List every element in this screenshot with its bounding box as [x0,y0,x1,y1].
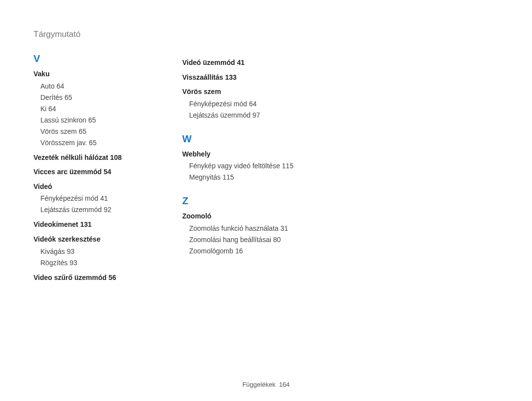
index-subentry: Derítés 65 [40,93,147,103]
spacer [182,184,296,195]
page-footer: Függelékek 164 [0,381,532,388]
index-term: Vezeték nélküli hálózat 108 [33,153,147,163]
footer-page-number: 164 [279,381,290,388]
index-subentry: Ki 64 [40,104,147,114]
page-title: Tárgymutató [33,30,499,39]
index-term: Videók szerkesztése [33,235,147,245]
page: Tárgymutató VVakuAuto 64Derítés 65Ki 64L… [0,0,532,401]
index-term: Vörös szem [182,87,296,97]
footer-label: Függelékek [242,381,275,388]
index-subentry: Lejátszás üzemmód 97 [189,110,296,121]
index-letter: Z [182,195,296,207]
spacer [182,122,296,133]
index-term: Vaku [33,69,147,79]
index-subentry: Zoomolási hang beállításai 80 [189,235,296,245]
index-subentry: Lejátszás üzemmód 92 [40,205,147,215]
index-subentry: Fénykép vagy videó feltöltése 115 [189,161,296,171]
index-term: Vicces arc üzemmód 54 [33,167,147,177]
index-letter: W [182,133,296,145]
index-subentry: Fényképezési mód 41 [40,193,147,204]
index-col-2: Videó üzemmód 41Visszaállítás 133Vörös s… [182,53,296,284]
index-subentry: Vörösszem jav. 65 [40,138,147,148]
index-subentry: Zoomológomb 16 [189,246,296,256]
index-term: Videokimenet 131 [33,220,147,230]
index-subentry: Rögzítés 93 [40,258,147,268]
index-col-1: VVakuAuto 64Derítés 65Ki 64Lassú szinkro… [33,53,147,284]
index-subentry: Kivágás 93 [40,247,147,257]
index-columns: VVakuAuto 64Derítés 65Ki 64Lassú szinkro… [33,53,499,284]
index-term: Zoomoló [182,212,296,221]
index-subentry: Fényképezési mód 64 [189,99,296,109]
index-subentry: Megnyitás 115 [189,172,296,183]
index-subentry: Zoomolás funkció használata 31 [189,223,296,234]
index-subentry: Lassú szinkron 65 [40,115,147,125]
index-subentry: Auto 64 [40,81,147,92]
index-term: Videó [33,182,147,192]
index-term: Video szűrő üzemmód 56 [33,273,147,283]
index-term: Webhely [182,150,296,159]
index-term: Visszaállítás 133 [182,73,296,83]
index-term: Videó üzemmód 41 [182,58,296,68]
index-letter: V [33,53,147,64]
index-subentry: Vörös szem 65 [40,126,147,137]
